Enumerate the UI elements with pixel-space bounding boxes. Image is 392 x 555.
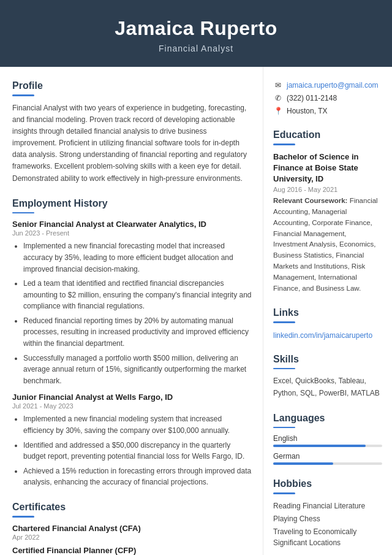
link-1: linkedin.com/in/jamaicaruperto bbox=[273, 329, 382, 340]
resume-container: Jamaica Ruperto Financial Analyst Profil… bbox=[0, 0, 392, 555]
edu-date: Aug 2016 - May 2021 bbox=[273, 186, 382, 193]
coursework-label: Relevant Coursework: bbox=[273, 197, 347, 204]
language-german-bar-bg bbox=[273, 462, 382, 465]
links-divider bbox=[273, 321, 295, 323]
body-container: Profile Financial Analyst with two years… bbox=[0, 67, 392, 555]
language-english-bar-bg bbox=[273, 445, 382, 447]
job-2: Junior Financial Analyst at Wells Fargo,… bbox=[12, 392, 252, 488]
links-section: Links linkedin.com/in/jamaicaruperto bbox=[273, 307, 382, 340]
skills-title: Skills bbox=[273, 354, 382, 365]
contact-section: ✉ jamaica.ruperto@gmail.com ✆ (322) 011-… bbox=[273, 80, 382, 116]
employment-divider bbox=[12, 212, 34, 214]
certificates-section: Certificates Chartered Financial Analyst… bbox=[12, 502, 252, 555]
job-2-bullets: Implemented a new financial modeling sys… bbox=[12, 413, 252, 488]
job-2-bullet-1: Implemented a new financial modeling sys… bbox=[23, 413, 252, 436]
edu-degree: Bachelor of Science in Finance at Boise … bbox=[273, 151, 382, 185]
job-1: Senior Financial Analyst at Clearwater A… bbox=[12, 220, 252, 386]
languages-divider bbox=[273, 427, 295, 429]
edu-coursework: Relevant Coursework: Financial Accountin… bbox=[273, 196, 382, 294]
profile-text: Financial Analyst with two years of expe… bbox=[12, 102, 252, 185]
certificates-title: Certificates bbox=[12, 502, 252, 513]
languages-title: Languages bbox=[273, 413, 382, 424]
job-1-bullets: Implemented a new financial forecasting … bbox=[12, 240, 252, 386]
skills-section: Skills Excel, QuickBooks, Tableau, Pytho… bbox=[273, 354, 382, 399]
candidate-name: Jamaica Ruperto bbox=[12, 17, 380, 40]
education-title: Education bbox=[273, 129, 382, 140]
cert-1: Chartered Financial Analyst (CFA) Apr 20… bbox=[12, 524, 252, 541]
language-german-bar-fill bbox=[273, 462, 333, 465]
cert-2: Certified Financial Planner (CFP) Oct 20… bbox=[12, 546, 252, 556]
profile-divider bbox=[12, 94, 34, 96]
language-german-name: German bbox=[273, 452, 382, 461]
profile-section: Profile Financial Analyst with two years… bbox=[12, 80, 252, 185]
employment-title: Employment History bbox=[12, 198, 252, 209]
profile-title: Profile bbox=[12, 80, 252, 91]
linkedin-link[interactable]: linkedin.com/in/jamaicaruperto bbox=[273, 331, 372, 340]
cert-1-date: Apr 2022 bbox=[12, 534, 252, 541]
job-1-title: Senior Financial Analyst at Clearwater A… bbox=[12, 220, 252, 229]
language-english-name: English bbox=[273, 434, 382, 443]
language-english-bar-fill bbox=[273, 445, 366, 447]
hobbies-title: Hobbies bbox=[273, 478, 382, 489]
languages-section: Languages English German bbox=[273, 413, 382, 465]
phone-text: (322) 011-2148 bbox=[287, 94, 337, 102]
job-1-bullet-4: Successfully managed a portfolio worth $… bbox=[23, 353, 252, 387]
phone-icon: ✆ bbox=[273, 93, 283, 103]
job-1-bullet-1: Implemented a new financial forecasting … bbox=[23, 240, 252, 275]
location-icon: 📍 bbox=[273, 106, 283, 116]
cert-2-name: Certified Financial Planner (CFP) bbox=[12, 546, 252, 555]
header: Jamaica Ruperto Financial Analyst bbox=[0, 0, 392, 67]
contact-location: 📍 Houston, TX bbox=[273, 106, 382, 116]
job-2-bullet-2: Identified and addressed a $50,000 discr… bbox=[23, 440, 252, 462]
job-2-bullet-3: Achieved a 15% reduction in forecasting … bbox=[23, 465, 252, 488]
certificates-divider bbox=[12, 516, 34, 518]
education-divider bbox=[273, 144, 295, 145]
hobbies-section: Hobbies Reading Financial Literature Pla… bbox=[273, 478, 382, 548]
email-link[interactable]: jamaica.ruperto@gmail.com bbox=[287, 81, 379, 90]
job-2-date: Jul 2021 - May 2023 bbox=[12, 402, 252, 410]
coursework-text: Financial Accounting, Managerial Account… bbox=[273, 197, 378, 292]
contact-phone: ✆ (322) 011-2148 bbox=[273, 93, 382, 103]
skills-divider bbox=[273, 368, 295, 370]
hobby-1: Reading Financial Literature bbox=[273, 500, 382, 511]
education-section: Education Bachelor of Science in Finance… bbox=[273, 129, 382, 294]
right-column: ✉ jamaica.ruperto@gmail.com ✆ (322) 011-… bbox=[263, 67, 392, 555]
links-title: Links bbox=[273, 307, 382, 318]
candidate-title: Financial Analyst bbox=[12, 44, 380, 53]
left-column: Profile Financial Analyst with two years… bbox=[0, 67, 263, 555]
job-1-date: Jun 2023 - Present bbox=[12, 229, 252, 237]
employment-section: Employment History Senior Financial Anal… bbox=[12, 198, 252, 488]
hobby-2: Playing Chess bbox=[273, 513, 382, 524]
hobbies-divider bbox=[273, 492, 295, 494]
job-1-bullet-2: Led a team that identified and rectified… bbox=[23, 278, 252, 312]
language-english: English bbox=[273, 434, 382, 447]
email-icon: ✉ bbox=[273, 80, 283, 90]
cert-1-name: Chartered Financial Analyst (CFA) bbox=[12, 524, 252, 533]
skills-text: Excel, QuickBooks, Tableau, Python, SQL,… bbox=[273, 375, 382, 399]
job-1-bullet-3: Reduced financial reporting times by 20%… bbox=[23, 315, 252, 350]
location-text: Houston, TX bbox=[287, 107, 327, 115]
hobby-3: Traveling to Economically Significant Lo… bbox=[273, 526, 382, 548]
job-2-title: Junior Financial Analyst at Wells Fargo,… bbox=[12, 392, 252, 402]
language-german: German bbox=[273, 452, 382, 465]
contact-email: ✉ jamaica.ruperto@gmail.com bbox=[273, 80, 382, 90]
